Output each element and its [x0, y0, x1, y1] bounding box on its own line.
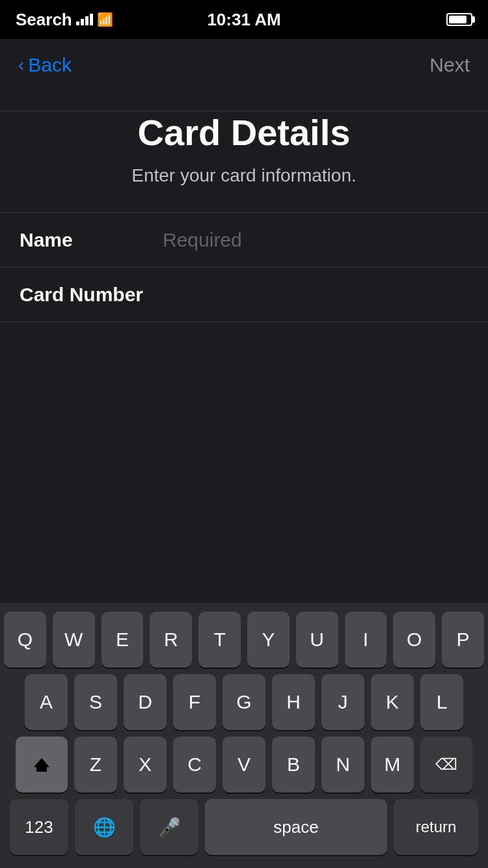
emoji-key[interactable]: 🌐: [75, 799, 133, 855]
back-button[interactable]: ‹ Back: [18, 54, 72, 76]
key-a[interactable]: A: [25, 674, 68, 730]
status-time: 10:31 AM: [207, 10, 280, 30]
key-s[interactable]: S: [74, 674, 117, 730]
next-button[interactable]: Next: [429, 54, 470, 76]
key-u[interactable]: U: [296, 612, 338, 668]
empty-space: [0, 322, 488, 426]
key-e[interactable]: E: [102, 612, 144, 668]
keyboard: Q W E R T Y U I O P A S D F G H J K L Z …: [0, 603, 488, 868]
shift-key[interactable]: [16, 737, 68, 793]
key-w[interactable]: W: [53, 612, 95, 668]
numbers-key[interactable]: 123: [10, 799, 68, 855]
space-key[interactable]: space: [205, 799, 387, 855]
key-i[interactable]: I: [345, 612, 387, 668]
key-y[interactable]: Y: [247, 612, 290, 668]
return-key[interactable]: return: [394, 799, 478, 855]
mic-key[interactable]: 🎤: [140, 799, 198, 855]
key-r[interactable]: R: [150, 612, 192, 668]
keyboard-row-1: Q W E R T Y U I O P: [4, 612, 484, 668]
page-subtitle: Enter your card information.: [0, 165, 488, 186]
carrier-info: Search 📶: [16, 10, 113, 30]
key-d[interactable]: D: [124, 674, 167, 730]
name-label: Name: [20, 229, 163, 251]
back-label: Back: [28, 54, 72, 76]
keyboard-row-3: Z X C V B N M ⌫: [4, 737, 484, 793]
key-b[interactable]: B: [272, 737, 315, 793]
keyboard-row-2: A S D F G H J K L: [4, 674, 484, 730]
key-f[interactable]: F: [173, 674, 216, 730]
key-m[interactable]: M: [371, 737, 414, 793]
key-g[interactable]: G: [223, 674, 265, 730]
nav-bar: ‹ Back Next: [0, 39, 488, 91]
key-x[interactable]: X: [124, 737, 167, 793]
key-t[interactable]: T: [198, 612, 241, 668]
battery-fill: [449, 16, 467, 23]
key-q[interactable]: Q: [4, 612, 46, 668]
name-field-row: Name Required: [0, 213, 488, 267]
wifi-icon: 📶: [97, 12, 113, 27]
battery-area: [446, 13, 472, 26]
page-title: Card Details: [0, 111, 488, 154]
key-p[interactable]: P: [442, 612, 484, 668]
key-v[interactable]: V: [223, 737, 265, 793]
content-area: Card Details Enter your card information…: [0, 91, 488, 426]
key-o[interactable]: O: [393, 612, 435, 668]
key-k[interactable]: K: [371, 674, 414, 730]
key-j[interactable]: J: [321, 674, 364, 730]
key-h[interactable]: H: [272, 674, 315, 730]
card-number-label: Card Number: [20, 284, 163, 306]
key-z[interactable]: Z: [74, 737, 117, 793]
key-n[interactable]: N: [321, 737, 364, 793]
keyboard-row-4: 123 🌐 🎤 space return: [4, 799, 484, 855]
signal-icon: [76, 14, 93, 25]
carrier-text: Search: [16, 10, 72, 30]
battery-icon: [446, 13, 472, 26]
name-placeholder: Required: [163, 229, 242, 251]
card-number-field-row[interactable]: Card Number: [0, 267, 488, 322]
chevron-back-icon: ‹: [18, 56, 24, 74]
key-l[interactable]: L: [420, 674, 463, 730]
form-section: Name Required Card Number: [0, 213, 488, 322]
status-bar: Search 📶 10:31 AM: [0, 0, 488, 39]
backspace-key[interactable]: ⌫: [420, 737, 472, 793]
key-c[interactable]: C: [173, 737, 216, 793]
